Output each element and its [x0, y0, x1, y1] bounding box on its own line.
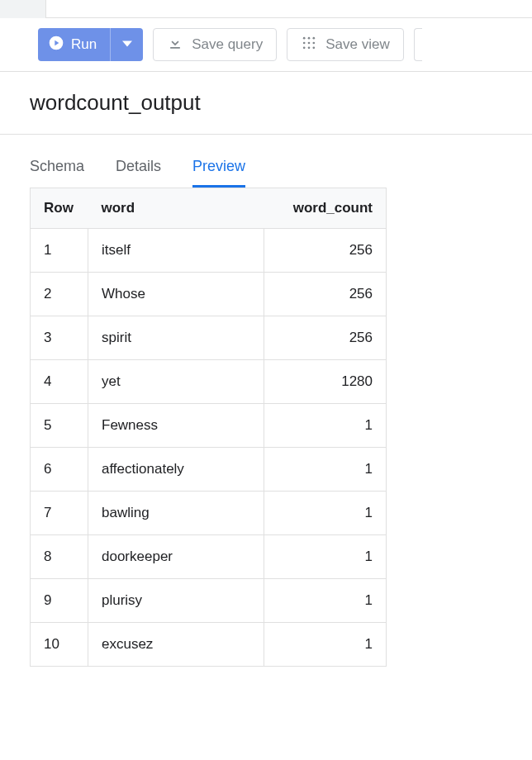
cell-word-count: 256	[264, 316, 387, 360]
run-split-button: Run	[38, 28, 143, 61]
col-header-word-count: word_count	[264, 188, 387, 229]
preview-table-wrap: Row word word_count 1itself2562Whose2563…	[0, 188, 532, 667]
cell-word: doorkeeper	[88, 535, 264, 579]
svg-point-3	[313, 36, 316, 39]
cell-word: spirit	[88, 316, 264, 360]
col-header-word: word	[88, 188, 264, 229]
cell-row-number: 9	[31, 579, 88, 623]
cell-word-count: 1	[264, 404, 387, 448]
cell-word: Whose	[88, 273, 264, 316]
table-header-row: Row word word_count	[31, 188, 387, 229]
cell-row-number: 8	[31, 535, 88, 579]
table-row: 8doorkeeper1	[31, 535, 387, 579]
cell-row-number: 7	[31, 492, 88, 535]
cell-word-count: 1	[264, 623, 387, 667]
col-header-row: Row	[31, 188, 88, 229]
table-row: 9plurisy1	[31, 579, 387, 623]
cell-word-count: 1	[264, 448, 387, 492]
save-view-button[interactable]: Save view	[287, 28, 403, 61]
editor-tab-stub[interactable]	[0, 0, 46, 18]
table-row: 5Fewness1	[31, 404, 387, 448]
svg-point-8	[308, 46, 311, 49]
cell-word: plurisy	[88, 579, 264, 623]
svg-point-1	[303, 36, 306, 39]
cell-row-number: 5	[31, 404, 88, 448]
save-query-label: Save query	[192, 36, 263, 53]
cell-word-count: 1	[264, 492, 387, 535]
tab-details[interactable]: Details	[116, 158, 161, 188]
tabs: Schema Details Preview	[0, 135, 532, 188]
cell-word: bawling	[88, 492, 264, 535]
save-query-button[interactable]: Save query	[153, 28, 277, 61]
grid-icon	[301, 35, 317, 55]
svg-point-2	[308, 36, 311, 39]
cell-row-number: 6	[31, 448, 88, 492]
toolbar: Run Save query Save view	[0, 18, 532, 72]
run-label: Run	[71, 36, 97, 53]
table-row: 10excusez1	[31, 623, 387, 667]
cell-row-number: 4	[31, 360, 88, 404]
table-row: 3spirit256	[31, 316, 387, 360]
save-view-label: Save view	[325, 36, 389, 53]
svg-point-6	[313, 41, 316, 44]
svg-point-4	[303, 41, 306, 44]
cell-word-count: 1280	[264, 360, 387, 404]
table-row: 4yet1280	[31, 360, 387, 404]
top-strip	[0, 0, 532, 18]
table-row: 6affectionately1	[31, 448, 387, 492]
table-row: 2Whose256	[31, 273, 387, 316]
svg-point-9	[313, 46, 316, 49]
cell-row-number: 3	[31, 316, 88, 360]
table-row: 1itself256	[31, 229, 387, 273]
cell-row-number: 1	[31, 229, 88, 273]
tab-schema[interactable]: Schema	[30, 158, 84, 188]
caret-down-icon	[122, 37, 132, 52]
table-row: 7bawling1	[31, 492, 387, 535]
preview-table: Row word word_count 1itself2562Whose2563…	[30, 188, 387, 667]
cell-word-count: 1	[264, 579, 387, 623]
svg-point-7	[303, 46, 306, 49]
run-dropdown-button[interactable]	[110, 28, 143, 61]
download-icon	[167, 35, 183, 55]
cell-word: excusez	[88, 623, 264, 667]
run-button[interactable]: Run	[38, 28, 110, 61]
cell-row-number: 2	[31, 273, 88, 316]
cell-word-count: 256	[264, 229, 387, 273]
toolbar-overflow-stub[interactable]	[414, 28, 422, 61]
svg-point-5	[308, 41, 311, 44]
page-title: wordcount_output	[0, 72, 532, 135]
cell-word-count: 1	[264, 535, 387, 579]
cell-word: yet	[88, 360, 264, 404]
cell-row-number: 10	[31, 623, 88, 667]
cell-word: itself	[88, 229, 264, 273]
cell-word-count: 256	[264, 273, 387, 316]
cell-word: Fewness	[88, 404, 264, 448]
cell-word: affectionately	[88, 448, 264, 492]
play-icon	[48, 35, 64, 55]
tab-preview[interactable]: Preview	[192, 158, 245, 188]
